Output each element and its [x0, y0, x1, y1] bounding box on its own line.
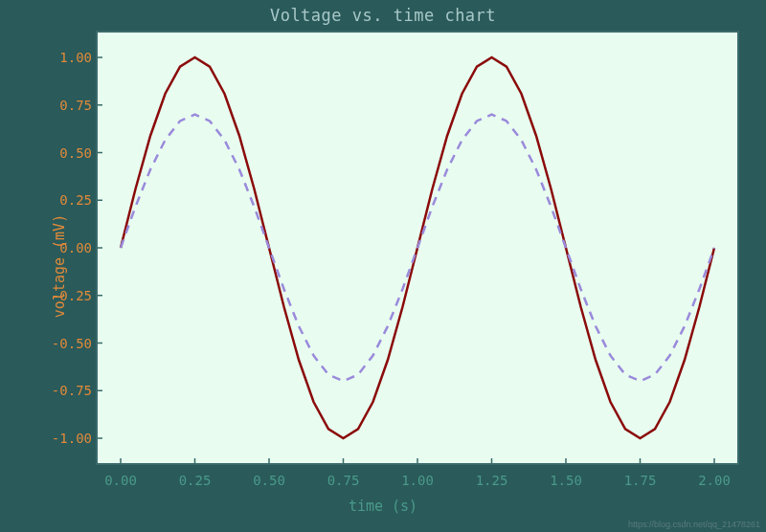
x-tick-label: 1.50 — [542, 473, 590, 488]
figure: Voltage vs. time chart voltage (mV) time… — [0, 0, 766, 532]
y-tick-label: 1.00 — [34, 50, 92, 65]
x-tick-label: 1.75 — [617, 473, 665, 488]
y-tick-label: 0.75 — [34, 98, 92, 113]
plot-area — [96, 31, 739, 465]
y-tick-label: 0.25 — [34, 192, 92, 208]
x-axis-label: time (s) — [0, 498, 766, 515]
y-tick-label: 0.50 — [34, 145, 92, 161]
x-tick-label: 2.00 — [690, 473, 738, 488]
y-tick-label: -0.75 — [34, 383, 92, 398]
series-line — [121, 115, 714, 382]
x-tick-label: 1.00 — [394, 473, 441, 488]
plot-svg — [98, 33, 737, 463]
y-tick-label: 0.00 — [34, 240, 92, 255]
x-tick-label: 0.00 — [97, 473, 145, 488]
watermark: https://blog.csdn.net/qq_21478261 — [628, 520, 760, 529]
y-tick-label: -0.25 — [34, 288, 92, 303]
x-tick-label: 0.50 — [245, 473, 293, 488]
y-tick-label: -1.00 — [34, 431, 92, 446]
x-tick-label: 1.25 — [468, 473, 516, 488]
chart-title: Voltage vs. time chart — [0, 6, 766, 25]
x-tick-label: 0.25 — [171, 473, 219, 488]
y-tick-label: -0.50 — [34, 336, 92, 351]
x-tick-label: 0.75 — [320, 473, 368, 488]
